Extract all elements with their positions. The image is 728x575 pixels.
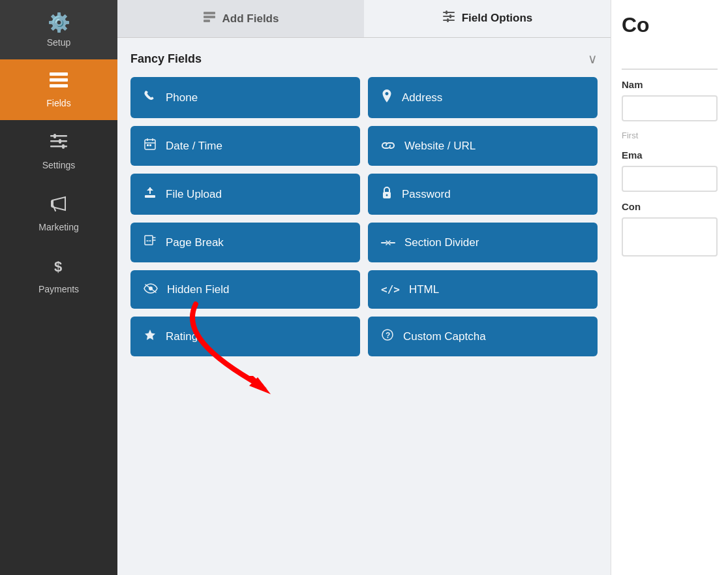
upload-icon (144, 186, 157, 202)
tab-field-options[interactable]: Field Options (364, 0, 611, 37)
captcha-icon: ? (381, 328, 394, 345)
field-btn-rating-label: Rating (166, 330, 198, 343)
field-btn-phone-label: Phone (166, 91, 198, 104)
svg-rect-2 (50, 84, 68, 87)
marketing-icon (49, 194, 68, 218)
field-btn-hidden-field[interactable]: Hidden Field (130, 270, 360, 309)
field-options-icon (442, 10, 455, 25)
website-icon (381, 138, 395, 153)
svg-rect-30 (145, 236, 153, 245)
field-btn-rating[interactable]: Rating (130, 317, 360, 356)
field-btn-hidden-field-label: Hidden Field (167, 283, 229, 296)
field-btn-page-break-label: Page Break (166, 236, 224, 249)
section-title: Fancy Fields (130, 52, 202, 66)
settings-icon (49, 132, 68, 156)
svg-rect-8 (62, 144, 65, 149)
svg-rect-6 (53, 134, 56, 138)
svg-rect-19 (447, 18, 449, 22)
name-input-box (622, 95, 718, 121)
svg-rect-24 (147, 144, 149, 146)
fields-icon (48, 71, 69, 94)
page-break-icon (144, 234, 157, 251)
field-btn-html[interactable]: </> HTML (368, 270, 598, 309)
field-btn-section-divider[interactable]: Section Divider (368, 223, 598, 262)
sidebar-item-setup[interactable]: ⚙️ Setup (0, 0, 117, 59)
svg-rect-11 (204, 12, 215, 14)
field-btn-password[interactable]: Password (368, 174, 598, 215)
svg-rect-0 (50, 72, 68, 76)
svg-rect-7 (59, 139, 61, 144)
rating-icon (144, 328, 157, 345)
sidebar-label-marketing: Marketing (38, 222, 78, 232)
svg-line-34 (145, 285, 156, 292)
first-placeholder: First (622, 131, 718, 140)
chevron-down-icon[interactable]: ∨ (588, 51, 598, 67)
phone-icon (144, 89, 157, 106)
svg-rect-13 (204, 20, 210, 22)
section-divider-icon (381, 235, 395, 250)
field-btn-file-upload[interactable]: File Upload (130, 174, 360, 215)
html-icon: </> (381, 283, 400, 296)
field-grid: Phone Address (130, 77, 598, 356)
tab-bar: Add Fields Field Options (117, 0, 611, 38)
svg-rect-1 (50, 78, 68, 82)
name-label: Nam (622, 79, 718, 90)
field-btn-address-label: Address (402, 91, 442, 104)
svg-rect-17 (446, 10, 447, 14)
sidebar-item-payments[interactable]: $ Payments (0, 244, 117, 306)
svg-rect-15 (443, 16, 455, 17)
svg-text:?: ? (386, 331, 390, 340)
tab-add-fields-label: Add Fields (222, 12, 279, 25)
svg-point-29 (386, 194, 388, 196)
sidebar-label-settings: Settings (42, 160, 76, 170)
svg-rect-3 (50, 135, 67, 137)
sidebar-item-settings[interactable]: Settings (0, 120, 117, 182)
section-header: Fancy Fields ∨ (130, 51, 598, 67)
svg-rect-18 (449, 14, 451, 18)
field-btn-address[interactable]: Address (368, 77, 598, 118)
svg-rect-5 (50, 146, 67, 148)
svg-text:$: $ (54, 258, 62, 275)
field-grid-container: Phone Address (130, 77, 598, 356)
field-btn-file-upload-label: File Upload (166, 188, 222, 201)
svg-rect-14 (443, 12, 455, 13)
sidebar-item-marketing[interactable]: Marketing (0, 182, 117, 244)
datetime-icon (144, 138, 157, 154)
main-panel: Add Fields Field Options Fancy Fields ∨ (117, 0, 611, 575)
password-icon (381, 185, 393, 203)
email-input-box (622, 166, 718, 192)
tab-field-options-label: Field Options (462, 12, 533, 25)
email-label: Ema (622, 149, 718, 161)
right-panel-title: Co (622, 13, 718, 37)
payments-icon: $ (49, 256, 68, 280)
add-fields-icon (203, 11, 216, 26)
field-btn-html-label: HTML (409, 283, 439, 296)
comment-input-box (622, 217, 718, 256)
right-panel: Co Nam First Ema Con (611, 0, 728, 575)
field-btn-section-divider-label: Section Divider (404, 236, 479, 249)
field-btn-custom-captcha-label: Custom Captcha (403, 330, 486, 343)
svg-rect-26 (145, 195, 155, 198)
field-btn-password-label: Password (402, 188, 451, 201)
sidebar-item-fields[interactable]: Fields (0, 59, 117, 120)
hidden-field-icon (144, 282, 158, 297)
address-icon (381, 89, 393, 106)
gear-icon: ⚙️ (48, 12, 70, 33)
sidebar-label-fields: Fields (46, 98, 70, 108)
field-btn-datetime[interactable]: Date / Time (130, 126, 360, 166)
svg-rect-12 (204, 16, 215, 18)
field-btn-phone[interactable]: Phone (130, 77, 360, 118)
field-btn-page-break[interactable]: Page Break (130, 223, 360, 262)
svg-rect-25 (149, 144, 151, 146)
sidebar-label-setup: Setup (47, 37, 71, 48)
sidebar: ⚙️ Setup Fields Settings (0, 0, 117, 575)
field-btn-website-label: Website / URL (404, 140, 476, 153)
tab-add-fields[interactable]: Add Fields (117, 0, 364, 37)
field-btn-custom-captcha[interactable]: ? Custom Captcha (368, 317, 598, 356)
fields-area: Fancy Fields ∨ Phone (117, 38, 611, 575)
field-btn-website[interactable]: Website / URL (368, 126, 598, 166)
comment-label: Con (622, 201, 718, 212)
field-btn-datetime-label: Date / Time (166, 140, 222, 153)
sidebar-label-payments: Payments (38, 284, 79, 294)
